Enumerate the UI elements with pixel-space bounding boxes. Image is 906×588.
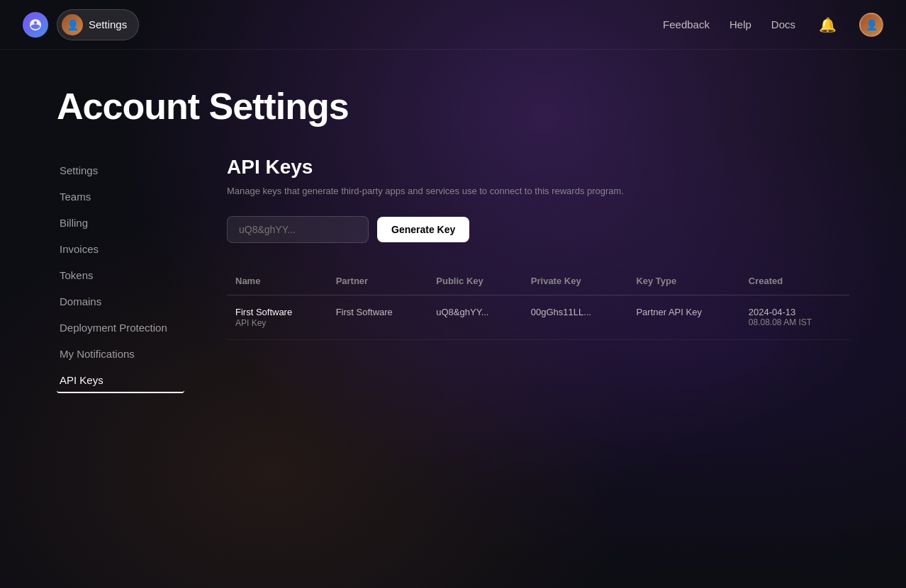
- col-created: Created: [740, 268, 849, 295]
- sidebar-item-invoices[interactable]: Invoices: [57, 237, 184, 261]
- page-title: Account Settings: [57, 85, 849, 128]
- table-row: First Software API Key First Software uQ…: [227, 295, 849, 340]
- key-name-primary: First Software: [235, 307, 292, 317]
- navbar: 👤 Settings Feedback Help Docs 🔔 👤: [0, 0, 906, 50]
- user-avatar[interactable]: 👤: [859, 13, 883, 37]
- page-container: Account Settings Settings Teams Billing …: [0, 50, 906, 393]
- feedback-link[interactable]: Feedback: [663, 18, 710, 30]
- col-name: Name: [227, 268, 328, 295]
- col-key-type: Key Type: [627, 268, 739, 295]
- sidebar-item-api-keys[interactable]: API Keys: [57, 368, 184, 393]
- settings-pill[interactable]: 👤 Settings: [57, 9, 139, 40]
- cell-key-type: Partner API Key: [627, 295, 739, 340]
- sidebar-item-domains[interactable]: Domains: [57, 290, 184, 313]
- navbar-right: Feedback Help Docs 🔔 👤: [663, 13, 883, 37]
- col-partner: Partner: [328, 268, 428, 295]
- main-content: API Keys Manage keys that generate third…: [227, 156, 849, 393]
- key-input-row: Generate Key: [227, 216, 849, 243]
- cell-name: First Software API Key: [227, 295, 328, 340]
- sidebar-item-tokens[interactable]: Tokens: [57, 264, 184, 287]
- help-link[interactable]: Help: [729, 18, 751, 30]
- cell-public-key: uQ8&ghYY...: [427, 295, 522, 340]
- table-header: Name Partner Public Key Private Key Key …: [227, 268, 849, 295]
- sidebar-item-teams[interactable]: Teams: [57, 185, 184, 208]
- created-date: 2024-04-13: [749, 307, 841, 317]
- section-title: API Keys: [227, 156, 849, 179]
- docs-link[interactable]: Docs: [771, 18, 795, 30]
- sidebar-item-settings[interactable]: Settings: [57, 159, 184, 182]
- sidebar-item-deployment-protection[interactable]: Deployment Protection: [57, 316, 184, 339]
- logo-icon[interactable]: [23, 12, 48, 38]
- notification-icon: 🔔: [819, 16, 837, 33]
- navbar-left: 👤 Settings: [23, 9, 139, 40]
- section-description: Manage keys that generate third-party ap…: [227, 186, 849, 196]
- sidebar-item-my-notifications[interactable]: My Notifications: [57, 342, 184, 366]
- settings-pill-label: Settings: [89, 18, 127, 30]
- settings-avatar-icon: 👤: [62, 14, 83, 35]
- col-private-key: Private Key: [522, 268, 628, 295]
- col-public-key: Public Key: [427, 268, 522, 295]
- key-input[interactable]: [227, 216, 369, 243]
- created-time: 08.08.08 AM IST: [749, 317, 841, 327]
- content-area: Settings Teams Billing Invoices Tokens D…: [57, 156, 849, 393]
- table-header-row: Name Partner Public Key Private Key Key …: [227, 268, 849, 295]
- api-keys-table: Name Partner Public Key Private Key Key …: [227, 268, 849, 340]
- key-name-secondary: API Key: [235, 318, 266, 328]
- cell-private-key: 00gGhs11LL...: [522, 295, 628, 340]
- sidebar: Settings Teams Billing Invoices Tokens D…: [57, 156, 184, 393]
- sidebar-item-billing[interactable]: Billing: [57, 211, 184, 234]
- generate-key-button[interactable]: Generate Key: [377, 217, 469, 242]
- table-body: First Software API Key First Software uQ…: [227, 295, 849, 340]
- cell-created: 2024-04-13 08.08.08 AM IST: [740, 295, 849, 340]
- notification-button[interactable]: 🔔: [815, 13, 839, 37]
- cell-partner: First Software: [328, 295, 428, 340]
